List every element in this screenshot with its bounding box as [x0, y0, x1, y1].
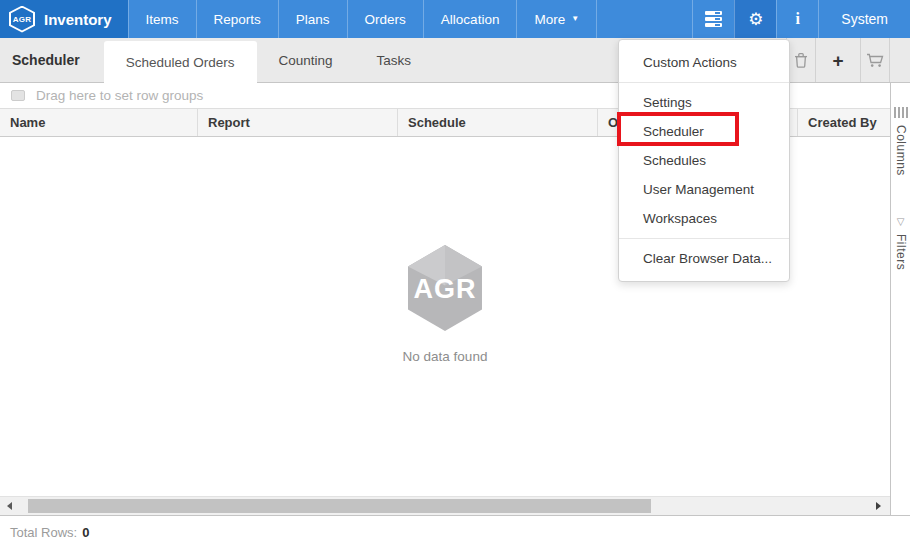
nav-item-label: Items: [146, 12, 179, 27]
menu-item-user-management[interactable]: User Management: [619, 175, 789, 204]
column-label: Report: [208, 115, 250, 130]
nav-item-label: Reports: [214, 12, 261, 27]
gear-icon: ⚙: [748, 11, 763, 28]
menu-item-schedules[interactable]: Schedules: [619, 146, 789, 175]
nav-item-label: More: [534, 12, 565, 27]
plus-icon: +: [832, 51, 843, 70]
menu-item-scheduler[interactable]: Scheduler: [619, 117, 789, 146]
column-header-schedule[interactable]: Schedule: [398, 109, 598, 136]
total-rows-value: 0: [82, 525, 89, 540]
tab-scheduled-orders[interactable]: Scheduled Orders: [104, 41, 257, 83]
menu-item-settings[interactable]: Settings: [619, 88, 789, 117]
scrollbar-thumb[interactable]: [28, 499, 651, 513]
section-title: Scheduler: [0, 52, 104, 68]
system-label: System: [841, 11, 888, 27]
menu-item-custom-actions[interactable]: Custom Actions: [619, 48, 789, 77]
agr-logo-icon: AGR: [9, 6, 35, 33]
menu-item-label: Custom Actions: [643, 55, 737, 70]
cart-button[interactable]: [861, 38, 889, 82]
status-bar: Total Rows: 0: [0, 516, 910, 548]
side-tab-filters[interactable]: ▽ Filters: [894, 216, 908, 270]
server-stack-icon: [705, 11, 722, 27]
agr-watermark-text: AGR: [408, 274, 482, 305]
grid-toolbar: +: [786, 38, 890, 82]
column-label: Created By: [808, 115, 877, 130]
side-tab-label: Columns: [894, 125, 908, 176]
tab-label: Tasks: [377, 53, 412, 68]
menu-item-clear-browser-data[interactable]: Clear Browser Data...: [619, 244, 789, 273]
row-group-icon: [11, 90, 25, 101]
tab-label: Scheduled Orders: [126, 55, 235, 70]
column-header-name[interactable]: Name: [0, 109, 198, 136]
menu-item-label: Settings: [643, 95, 692, 110]
nav-item-label: Orders: [365, 12, 406, 27]
nav-item-items[interactable]: Items: [128, 0, 196, 38]
main-menu: Items Reports Plans Orders Allocation Mo…: [128, 0, 598, 38]
menu-item-workspaces[interactable]: Workspaces: [619, 204, 789, 233]
data-stack-button[interactable]: [692, 0, 734, 38]
settings-gear-button[interactable]: ⚙: [734, 0, 776, 38]
menu-item-label: User Management: [643, 182, 754, 197]
menu-divider: [619, 82, 789, 83]
no-data-message: No data found: [403, 349, 488, 364]
columns-icon: [894, 107, 908, 118]
nav-item-plans[interactable]: Plans: [278, 0, 347, 38]
nav-item-label: Allocation: [441, 12, 500, 27]
scroll-right-arrow-icon[interactable]: [876, 502, 881, 510]
tab-counting[interactable]: Counting: [257, 38, 355, 83]
nav-item-allocation[interactable]: Allocation: [423, 0, 517, 38]
menu-item-label: Schedules: [643, 153, 706, 168]
horizontal-scrollbar[interactable]: [0, 496, 890, 515]
tab-label: Counting: [279, 53, 333, 68]
total-rows-label: Total Rows:: [10, 525, 77, 540]
menu-item-label: Clear Browser Data...: [643, 251, 772, 266]
scroll-left-arrow-icon[interactable]: [7, 502, 12, 510]
nav-item-orders[interactable]: Orders: [347, 0, 423, 38]
trash-icon: [794, 52, 808, 68]
nav-item-reports[interactable]: Reports: [196, 0, 278, 38]
column-header-report[interactable]: Report: [198, 109, 398, 136]
column-label: O: [608, 115, 618, 130]
app-title: Inventory: [44, 11, 112, 28]
settings-dropdown-menu: Custom Actions Settings Scheduler Schedu…: [618, 39, 790, 282]
system-menu-button[interactable]: System: [818, 0, 910, 38]
top-nav-bar: AGR Inventory Items Reports Plans Orders…: [0, 0, 910, 38]
brand-home[interactable]: AGR Inventory: [0, 0, 128, 38]
column-header-created-by[interactable]: Created By: [798, 109, 890, 136]
row-group-hint: Drag here to set row groups: [36, 88, 203, 103]
add-button[interactable]: +: [816, 38, 860, 82]
agr-logo-text: AGR: [9, 6, 35, 33]
column-label: Name: [10, 115, 45, 130]
filter-funnel-icon: ▽: [897, 216, 905, 227]
agr-watermark-icon: AGR: [408, 245, 482, 331]
menu-item-label: Workspaces: [643, 211, 717, 226]
side-tab-label: Filters: [894, 234, 908, 270]
info-icon: i: [796, 10, 800, 28]
menu-item-label: Scheduler: [643, 124, 704, 139]
nav-right-tools: ⚙ i System: [692, 0, 910, 38]
menu-divider: [619, 238, 789, 239]
column-label: Schedule: [408, 115, 466, 130]
side-tab-columns[interactable]: Columns: [894, 107, 908, 176]
tab-tasks[interactable]: Tasks: [355, 38, 434, 83]
app-root: AGR Inventory Items Reports Plans Orders…: [0, 0, 910, 548]
cart-icon: [866, 53, 884, 68]
nav-item-more[interactable]: More ▼: [516, 0, 597, 38]
side-panel: Columns ▽ Filters: [890, 83, 910, 515]
delete-button[interactable]: [787, 38, 815, 82]
nav-item-label: Plans: [296, 12, 330, 27]
chevron-down-icon: ▼: [571, 15, 579, 23]
info-button[interactable]: i: [776, 0, 818, 38]
